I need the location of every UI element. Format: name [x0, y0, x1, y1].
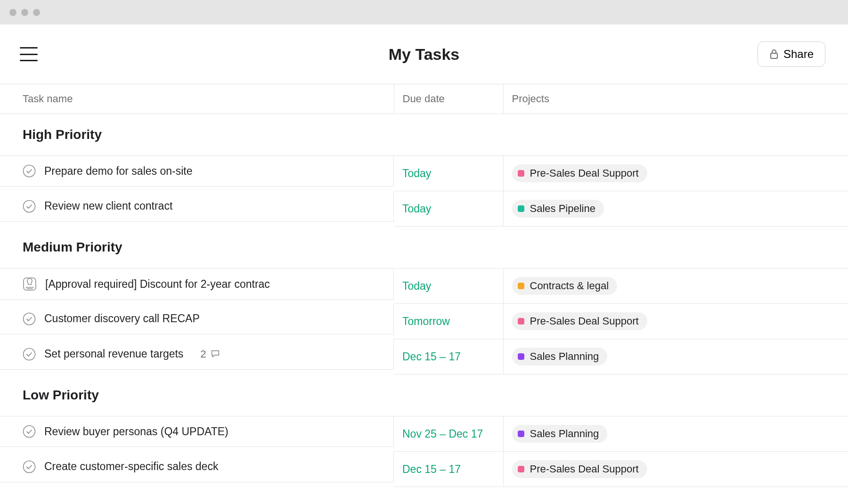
- topbar: My Tasks Share: [0, 24, 848, 84]
- project-pill[interactable]: Sales Planning: [512, 348, 608, 366]
- task-row[interactable]: Prepare demo for sales on-siteTodayPre-S…: [0, 156, 848, 191]
- project-name: Pre-Sales Deal Support: [530, 167, 639, 179]
- check-circle-icon[interactable]: [23, 460, 36, 473]
- task-row[interactable]: Set personal revenue targets2 Dec 15 – 1…: [0, 339, 848, 374]
- due-date[interactable]: Today: [402, 280, 431, 292]
- window-chrome: [0, 0, 848, 24]
- due-date[interactable]: Dec 15 – 17: [402, 463, 461, 475]
- section-title: Low Priority: [0, 374, 848, 416]
- due-date[interactable]: Today: [402, 203, 431, 215]
- project-color-dot: [518, 283, 524, 289]
- task-name: Customer discovery call RECAP: [44, 312, 200, 325]
- svg-point-7: [24, 461, 35, 472]
- project-color-dot: [518, 205, 524, 212]
- task-row[interactable]: Customer discovery call RECAPTomorrowPre…: [0, 304, 848, 339]
- task-row[interactable]: Review new client contractTodaySales Pip…: [0, 191, 848, 227]
- project-name: Contracts & legal: [530, 280, 609, 292]
- project-color-dot: [518, 466, 524, 472]
- approval-stamp-icon[interactable]: [23, 277, 37, 291]
- project-color-dot: [518, 318, 524, 325]
- task-row[interactable]: [Approval required] Discount for 2-year …: [0, 268, 848, 304]
- check-circle-icon[interactable]: [23, 348, 36, 361]
- check-circle-icon[interactable]: [23, 425, 36, 438]
- task-row[interactable]: Create customer-specific sales deckDec 1…: [0, 452, 848, 487]
- column-header-row: Task name Due date Projects: [0, 84, 848, 114]
- task-row[interactable]: Review buyer personas (Q4 UPDATE)Nov 25 …: [0, 416, 848, 452]
- comment-count[interactable]: 2: [200, 348, 220, 360]
- due-date[interactable]: Nov 25 – Dec 17: [402, 428, 483, 440]
- svg-point-6: [24, 426, 35, 438]
- project-pill[interactable]: Pre-Sales Deal Support: [512, 460, 647, 478]
- svg-point-1: [24, 165, 35, 177]
- menu-icon[interactable]: [20, 47, 38, 61]
- column-header-task[interactable]: Task name: [0, 84, 394, 114]
- due-date[interactable]: Tomorrow: [402, 315, 450, 327]
- traffic-light-minimize[interactable]: [21, 9, 28, 16]
- project-name: Pre-Sales Deal Support: [530, 463, 639, 475]
- project-pill[interactable]: Sales Pipeline: [512, 200, 604, 218]
- project-pill[interactable]: Pre-Sales Deal Support: [512, 164, 647, 182]
- comment-icon: [210, 349, 220, 359]
- page-title: My Tasks: [389, 45, 460, 64]
- svg-rect-3: [24, 278, 36, 290]
- project-name: Sales Planning: [530, 428, 599, 440]
- task-name: Create customer-specific sales deck: [44, 460, 218, 473]
- due-date[interactable]: Today: [402, 167, 431, 179]
- column-header-due[interactable]: Due date: [394, 84, 503, 114]
- section-title: High Priority: [0, 114, 848, 156]
- traffic-light-close[interactable]: [9, 9, 16, 16]
- section-title: Medium Priority: [0, 227, 848, 268]
- project-name: Pre-Sales Deal Support: [530, 315, 639, 327]
- traffic-light-zoom[interactable]: [33, 9, 40, 16]
- project-pill[interactable]: Contracts & legal: [512, 277, 618, 295]
- project-name: Sales Planning: [530, 350, 599, 363]
- project-color-dot: [518, 170, 524, 177]
- column-header-projects[interactable]: Projects: [503, 84, 848, 114]
- task-name: [Approval required] Discount for 2-year …: [45, 278, 270, 291]
- project-pill[interactable]: Sales Planning: [512, 425, 608, 443]
- share-button-label: Share: [783, 48, 814, 61]
- svg-rect-0: [771, 53, 777, 58]
- section-header[interactable]: Medium Priority: [0, 227, 848, 268]
- section-header[interactable]: Low Priority: [0, 374, 848, 416]
- section-header[interactable]: High Priority: [0, 114, 848, 156]
- project-color-dot: [518, 431, 524, 437]
- check-circle-icon[interactable]: [23, 200, 36, 213]
- task-name: Review buyer personas (Q4 UPDATE): [44, 425, 228, 438]
- task-table: Task name Due date Projects High Priorit…: [0, 84, 848, 487]
- check-circle-icon[interactable]: [23, 312, 36, 325]
- lock-icon: [769, 49, 779, 59]
- project-pill[interactable]: Pre-Sales Deal Support: [512, 312, 647, 330]
- svg-point-5: [24, 348, 35, 360]
- check-circle-icon[interactable]: [23, 164, 36, 178]
- svg-point-4: [24, 313, 35, 325]
- project-color-dot: [518, 353, 524, 360]
- task-name: Review new client contract: [44, 200, 172, 212]
- due-date[interactable]: Dec 15 – 17: [402, 350, 461, 363]
- share-button[interactable]: Share: [758, 41, 825, 67]
- project-name: Sales Pipeline: [530, 203, 595, 215]
- svg-point-2: [24, 200, 35, 212]
- task-name: Set personal revenue targets: [44, 348, 183, 360]
- task-name: Prepare demo for sales on-site: [44, 165, 193, 178]
